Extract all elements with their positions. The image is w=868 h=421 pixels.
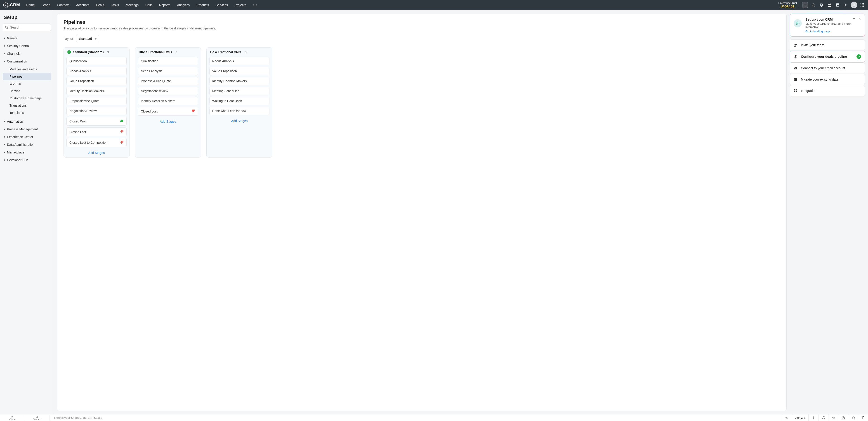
task-connect-to-your-email-account[interactable]: Connect to your email account: [790, 62, 865, 74]
subnav-pipelines[interactable]: Pipelines: [3, 73, 51, 80]
topbar: CRM HomeLeadsContactsAccountsDealsTasksM…: [0, 0, 868, 10]
stage-item[interactable]: Waiting to Hear Back: [209, 97, 270, 105]
nav-analytics[interactable]: Analytics: [174, 1, 193, 8]
store-icon[interactable]: [834, 1, 841, 8]
group-customization[interactable]: Customization: [3, 57, 51, 65]
clock-icon[interactable]: [838, 415, 848, 421]
group-process-management[interactable]: Process Management: [3, 125, 51, 133]
smart-chat-hint[interactable]: Here is your Smart Chat (Ctrl+Space): [50, 416, 782, 419]
group-channels[interactable]: Channels: [3, 50, 51, 57]
gear-icon[interactable]: [842, 1, 849, 8]
pipeline-name[interactable]: Hire a Fractional CMO: [139, 50, 172, 54]
stage-item[interactable]: Closed Lost: [66, 128, 127, 136]
refresh-icon[interactable]: [818, 415, 828, 421]
stage-item[interactable]: Value Proposition: [209, 67, 270, 75]
zigzag-icon[interactable]: [828, 415, 838, 421]
nav-tasks[interactable]: Tasks: [107, 1, 122, 8]
nav-leads[interactable]: Leads: [38, 1, 53, 8]
group-marketplace[interactable]: Marketplace: [3, 148, 51, 156]
task-label: Migrate your existing data: [801, 78, 838, 81]
bottom-contacts[interactable]: Contacts: [25, 415, 50, 421]
nav-calls[interactable]: Calls: [142, 1, 156, 8]
group-data-administration[interactable]: Data Administration: [3, 141, 51, 148]
group-experience-center[interactable]: Experience Center: [3, 133, 51, 141]
svg-point-10: [861, 6, 861, 6]
stage-item[interactable]: Qualification: [66, 57, 127, 65]
subnav-canvas[interactable]: Canvas: [3, 87, 51, 94]
ask-zia-button[interactable]: Ask Zia: [792, 415, 808, 421]
history-icon[interactable]: [848, 415, 858, 421]
brand[interactable]: CRM: [3, 2, 20, 7]
nav-products[interactable]: Products: [193, 1, 212, 8]
stage-item[interactable]: Done what I can for now: [209, 107, 270, 115]
nav-accounts[interactable]: Accounts: [73, 1, 92, 8]
layout-select[interactable]: Standard: [76, 35, 99, 42]
subnav-wizards[interactable]: Wizards: [3, 80, 51, 87]
nav-deals[interactable]: Deals: [93, 1, 107, 8]
stage-item[interactable]: Proposal/Price Quote: [138, 77, 198, 85]
stage-item[interactable]: Identify Decision Makers: [138, 97, 198, 105]
stage-item[interactable]: Identify Decision Makers: [209, 77, 270, 85]
close-icon[interactable]: [858, 17, 862, 21]
megaphone-icon[interactable]: [782, 415, 792, 421]
nav-home[interactable]: Home: [23, 1, 38, 8]
subnav-templates[interactable]: Templates: [3, 109, 51, 116]
task-configure-your-deals-pipeline[interactable]: Configure your deals pipeline: [790, 51, 865, 62]
stage-item[interactable]: Qualification: [138, 57, 198, 65]
task-integration[interactable]: Integration: [790, 85, 865, 96]
clipboard-icon[interactable]: [858, 415, 868, 421]
add-stages-button[interactable]: Add Stages: [207, 117, 272, 125]
stage-item[interactable]: Needs Analysis: [209, 57, 270, 65]
stage-item[interactable]: Value Proposition: [66, 77, 127, 85]
stage-item[interactable]: Closed Lost: [138, 107, 198, 116]
pipeline-count: 6: [176, 51, 177, 54]
promo-link[interactable]: Go to landing page: [805, 30, 830, 33]
sparkle-icon[interactable]: [808, 415, 818, 421]
task-invite-your-team[interactable]: Invite your team: [790, 39, 865, 51]
top-nav: HomeLeadsContactsAccountsDealsTasksMeeti…: [23, 1, 249, 8]
stage-label: Done what I can for now: [212, 109, 246, 113]
nav-more-icon[interactable]: [250, 4, 260, 5]
stage-label: Closed Lost: [69, 130, 86, 134]
bell-icon[interactable]: [818, 1, 825, 8]
pipeline-name[interactable]: Standard (Standard): [73, 50, 104, 54]
subnav-customize-home-page[interactable]: Customize Home page: [3, 94, 51, 102]
group-general[interactable]: General: [3, 34, 51, 42]
nav-reports[interactable]: Reports: [156, 1, 174, 8]
nav-contacts[interactable]: Contacts: [54, 1, 72, 8]
setup-search-input[interactable]: [3, 24, 51, 31]
search-icon[interactable]: [810, 1, 817, 8]
minimize-icon[interactable]: [852, 17, 856, 21]
task-migrate-your-existing-data[interactable]: Migrate your existing data: [790, 74, 865, 85]
stage-item[interactable]: Meeting Scheduled: [209, 87, 270, 95]
avatar[interactable]: [850, 1, 858, 8]
stage-label: Identify Decision Makers: [212, 79, 247, 83]
stage-item[interactable]: Proposal/Price Quote: [66, 97, 127, 105]
calendar-icon[interactable]: [826, 1, 833, 8]
subnav-translations[interactable]: Translations: [3, 102, 51, 109]
nav-services[interactable]: Services: [213, 1, 231, 8]
apps-icon[interactable]: [859, 1, 866, 8]
stage-item[interactable]: Closed Lost to Competition: [66, 138, 127, 147]
group-security-control[interactable]: Security Control: [3, 42, 51, 50]
upgrade-link[interactable]: UPGRADE: [781, 5, 794, 8]
bottom-chats[interactable]: Chats: [0, 415, 25, 421]
add-stages-button[interactable]: Add Stages: [135, 117, 201, 126]
pipeline-name[interactable]: Be a Fractional CMO: [210, 50, 241, 54]
svg-rect-20: [796, 89, 797, 90]
subnav-modules-and-fields[interactable]: Modules and Fields: [3, 66, 51, 73]
group-developer-hub[interactable]: Developer Hub: [3, 156, 51, 164]
add-button[interactable]: +: [802, 1, 809, 8]
nav-projects[interactable]: Projects: [231, 1, 249, 8]
stage-item[interactable]: Identify Decision Makers: [66, 87, 127, 95]
stage-item[interactable]: Closed Won: [66, 117, 127, 125]
group-automation[interactable]: Automation: [3, 118, 51, 125]
stage-item[interactable]: Needs Analysis: [138, 67, 198, 75]
stage-item[interactable]: Negotiation/Review: [66, 107, 127, 115]
add-stages-button[interactable]: Add Stages: [64, 149, 129, 157]
svg-point-7: [861, 5, 861, 5]
stage-item[interactable]: Needs Analysis: [66, 67, 127, 75]
stage-item[interactable]: Negotiation/Review: [138, 87, 198, 95]
nav-meetings[interactable]: Meetings: [123, 1, 142, 8]
svg-point-3: [853, 4, 855, 5]
